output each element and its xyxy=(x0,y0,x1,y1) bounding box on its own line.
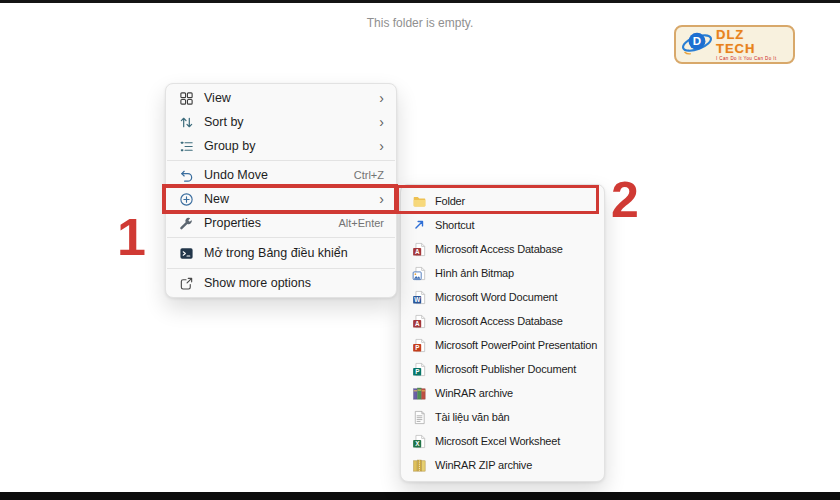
submenu-item-publisher-document[interactable]: P Microsoft Publisher Document xyxy=(401,357,604,381)
submenu-item-shortcut[interactable]: Shortcut xyxy=(401,213,604,237)
submenu-item-label: Folder xyxy=(435,195,598,207)
submenu-item-label: Microsoft Excel Worksheet xyxy=(435,435,598,447)
menu-item-show-more-options[interactable]: Show more options xyxy=(166,271,396,295)
bitmap-image-icon xyxy=(411,265,427,281)
access-file-icon: A xyxy=(411,241,427,257)
menu-item-label: View xyxy=(204,91,371,105)
menu-item-label: Group by xyxy=(204,139,371,153)
submenu-item-label: Microsoft PowerPoint Presentation xyxy=(435,339,598,351)
window-top-edge xyxy=(0,0,840,3)
menu-item-label: Undo Move xyxy=(204,168,346,182)
view-grid-icon xyxy=(178,90,194,106)
submenu-item-label: Microsoft Access Database xyxy=(435,243,598,255)
logo-brand-text: DLZ TECH xyxy=(716,28,788,56)
desktop-screenshot: This folder is empty. D DLZ TECH I Can D… xyxy=(0,0,840,500)
show-more-icon xyxy=(178,275,194,291)
group-icon xyxy=(178,138,194,154)
menu-item-label: Mở trong Bảng điều khiển xyxy=(204,246,384,260)
menu-item-label: Show more options xyxy=(204,276,384,290)
submenu-item-excel-worksheet[interactable]: X Microsoft Excel Worksheet xyxy=(401,429,604,453)
menu-separator xyxy=(167,268,395,269)
menu-item-view[interactable]: View › xyxy=(166,86,396,110)
submenu-item-winrar-zip-archive[interactable]: WinRAR ZIP archive xyxy=(401,453,604,477)
submenu-item-access-database[interactable]: A Microsoft Access Database xyxy=(401,309,604,333)
undo-icon xyxy=(178,167,194,183)
submenu-item-word-document[interactable]: W Microsoft Word Document xyxy=(401,285,604,309)
menu-item-properties[interactable]: Properties Alt+Enter xyxy=(166,211,396,235)
annotation-number-2: 2 xyxy=(611,175,639,225)
winrar-zip-icon xyxy=(411,457,427,473)
submenu-item-label: Microsoft Publisher Document xyxy=(435,363,598,375)
submenu-item-access-database[interactable]: A Microsoft Access Database xyxy=(401,237,604,261)
globe-d-icon: D xyxy=(681,26,713,64)
menu-item-group-by[interactable]: Group by › xyxy=(166,134,396,158)
chevron-right-icon: › xyxy=(379,115,384,129)
winrar-archive-icon xyxy=(411,385,427,401)
submenu-item-folder[interactable]: Folder xyxy=(401,189,604,213)
logo-tagline-text: I Can Do It You Can Do It xyxy=(716,56,788,62)
submenu-item-label: WinRAR ZIP archive xyxy=(435,459,598,471)
shortcut-arrow-icon xyxy=(411,217,427,233)
new-submenu: Folder Shortcut A Micros xyxy=(400,184,605,482)
sort-icon xyxy=(178,114,194,130)
new-plus-icon xyxy=(178,191,194,207)
window-bottom-edge xyxy=(0,492,840,500)
menu-item-label: Sort by xyxy=(204,115,371,129)
chevron-right-icon: › xyxy=(379,91,384,105)
excel-file-icon: X xyxy=(411,433,427,449)
submenu-item-label: Microsoft Access Database xyxy=(435,315,598,327)
chevron-right-icon: › xyxy=(379,139,384,153)
svg-text:A: A xyxy=(414,247,419,254)
word-file-icon: W xyxy=(411,289,427,305)
submenu-item-powerpoint-presentation[interactable]: P Microsoft PowerPoint Presentation xyxy=(401,333,604,357)
menu-item-open-control-panel[interactable]: Mở trong Bảng điều khiển xyxy=(166,240,396,266)
submenu-item-label: Shortcut xyxy=(435,219,598,231)
chevron-right-icon: › xyxy=(379,192,384,206)
annotation-number-1: 1 xyxy=(117,211,146,263)
submenu-item-label: WinRAR archive xyxy=(435,387,598,399)
submenu-item-label: Hình ảnh Bitmap xyxy=(435,267,598,279)
svg-text:D: D xyxy=(693,35,701,47)
menu-separator xyxy=(167,237,395,238)
menu-item-new[interactable]: New › xyxy=(166,187,396,211)
publisher-file-icon: P xyxy=(411,361,427,377)
submenu-item-bitmap-image[interactable]: Hình ảnh Bitmap xyxy=(401,261,604,285)
control-panel-icon xyxy=(178,245,194,261)
shortcut-hint: Alt+Enter xyxy=(338,217,384,229)
submenu-item-label: Microsoft Word Document xyxy=(435,291,598,303)
menu-separator xyxy=(167,160,395,161)
dlz-tech-logo: D DLZ TECH I Can Do It You Can Do It xyxy=(674,25,795,64)
menu-item-sort-by[interactable]: Sort by › xyxy=(166,110,396,134)
submenu-item-text-document[interactable]: Tài liệu văn bản xyxy=(401,405,604,429)
submenu-item-winrar-archive[interactable]: WinRAR archive xyxy=(401,381,604,405)
wrench-icon xyxy=(178,215,194,231)
access-file-icon: A xyxy=(411,313,427,329)
shortcut-hint: Ctrl+Z xyxy=(354,169,384,181)
svg-text:W: W xyxy=(414,295,420,302)
folder-icon xyxy=(411,193,427,209)
powerpoint-file-icon: P xyxy=(411,337,427,353)
svg-text:A: A xyxy=(414,319,419,326)
menu-item-undo-move[interactable]: Undo Move Ctrl+Z xyxy=(166,163,396,187)
menu-item-label: Properties xyxy=(204,216,330,230)
text-document-icon xyxy=(411,409,427,425)
submenu-item-label: Tài liệu văn bản xyxy=(435,411,598,423)
context-menu: View › Sort by › xyxy=(165,83,397,298)
menu-item-label: New xyxy=(204,192,371,206)
